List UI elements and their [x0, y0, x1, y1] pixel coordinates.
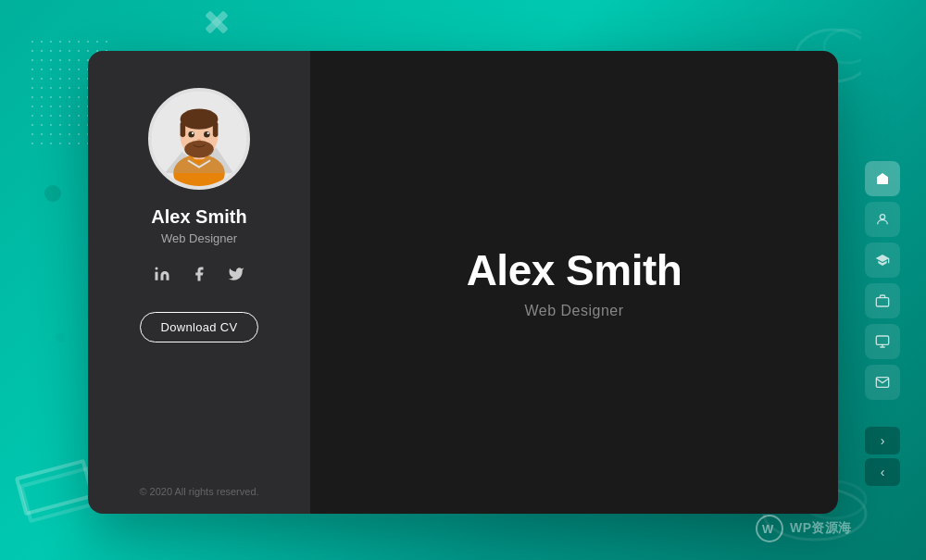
svg-point-13 [192, 132, 194, 134]
svg-point-17 [156, 268, 158, 270]
wp-logo-icon: W [755, 514, 784, 543]
svg-point-11 [188, 131, 194, 137]
sidebar-name: Alex Smith [151, 206, 246, 228]
avatar [148, 88, 250, 190]
nav-work[interactable] [865, 283, 900, 318]
main-content-area: Alex Smith Web Designer [310, 51, 838, 514]
svg-rect-9 [181, 121, 186, 137]
twitter-icon[interactable] [224, 262, 248, 286]
bg-circle-2 [56, 333, 65, 342]
bg-lines-decoration [19, 467, 93, 504]
avatar-illustration [152, 92, 246, 186]
sidebar-footer: © 2020 All rights reserved. [88, 486, 310, 497]
nav-home[interactable] [865, 161, 900, 196]
social-icons-group [150, 262, 248, 286]
sidebar: Alex Smith Web Designer Download CV [88, 51, 310, 514]
main-subtitle: Web Designer [524, 303, 623, 319]
svg-text:W: W [762, 522, 774, 536]
nav-profile[interactable] [865, 202, 900, 237]
svg-rect-10 [213, 121, 219, 137]
main-card: Alex Smith Web Designer Download CV [88, 51, 838, 514]
arrow-next-button[interactable]: › [865, 427, 900, 454]
svg-rect-20 [876, 336, 888, 344]
nav-arrows: › ‹ [865, 427, 900, 486]
watermark: W WP资源海 [755, 514, 852, 543]
linkedin-icon[interactable] [150, 262, 174, 286]
watermark-text: WP资源海 [790, 520, 852, 537]
svg-point-12 [204, 131, 209, 137]
bg-cross-decoration [204, 9, 232, 37]
main-heading: Alex Smith [467, 245, 682, 295]
svg-point-18 [880, 214, 884, 218]
bg-circle-1 [44, 185, 61, 202]
svg-rect-19 [876, 297, 888, 305]
download-cv-button[interactable]: Download CV [140, 312, 259, 342]
arrow-prev-button[interactable]: ‹ [865, 458, 900, 486]
nav-education[interactable] [865, 243, 900, 278]
facebook-icon[interactable] [187, 262, 211, 286]
nav-contact[interactable] [865, 365, 900, 400]
sidebar-job-title: Web Designer [161, 231, 237, 245]
svg-point-8 [181, 109, 219, 130]
right-navigation [865, 161, 900, 400]
nav-portfolio[interactable] [865, 324, 900, 359]
svg-point-14 [207, 132, 209, 134]
